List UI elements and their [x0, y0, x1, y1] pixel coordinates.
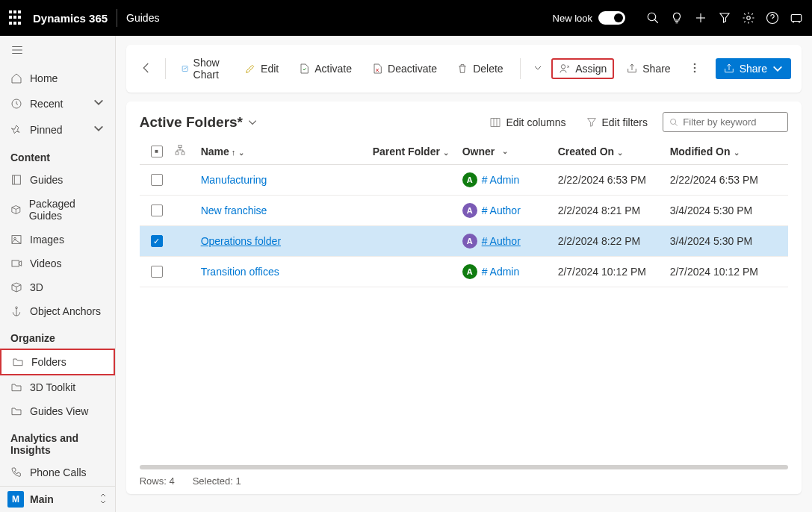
- edit-filters-button[interactable]: Edit filters: [581, 113, 652, 131]
- nav-item-videos[interactable]: Videos: [0, 252, 115, 275]
- delete-button[interactable]: Delete: [449, 58, 510, 79]
- plus-icon[interactable]: [694, 11, 707, 25]
- svg-line-1: [654, 19, 658, 23]
- row-checkbox[interactable]: [151, 174, 163, 186]
- area-switcher[interactable]: M Main: [0, 486, 115, 512]
- col-owner[interactable]: Owner⌄: [462, 146, 558, 157]
- svg-point-25: [693, 70, 695, 72]
- share-primary-button[interactable]: Share: [716, 58, 791, 79]
- grid-footer: Rows: 4 Selected: 1: [126, 469, 802, 487]
- gear-icon[interactable]: [742, 11, 755, 25]
- nav-pinned[interactable]: Pinned: [0, 116, 115, 143]
- delete-dropdown[interactable]: [529, 60, 547, 78]
- nav-group-head: Content: [0, 143, 115, 168]
- app-name-label: Guides: [126, 12, 159, 24]
- back-button[interactable]: [137, 58, 156, 80]
- nav-item-packaged-guides[interactable]: Packaged Guides: [0, 192, 115, 228]
- updown-icon: [99, 493, 108, 507]
- col-parent[interactable]: Parent Folder⌄: [373, 146, 462, 157]
- table-row[interactable]: Transition offices A # Admin 2/7/2024 10…: [140, 257, 788, 287]
- svg-point-24: [693, 66, 695, 69]
- row-checkbox[interactable]: [151, 235, 163, 247]
- col-name[interactable]: Name↑⌄: [201, 146, 373, 157]
- help-icon[interactable]: [766, 11, 779, 25]
- svg-point-23: [693, 63, 695, 65]
- nav-item-guides[interactable]: Guides: [0, 168, 115, 192]
- select-all-checkbox[interactable]: [151, 146, 163, 157]
- nav-item-3d[interactable]: 3D: [0, 275, 115, 299]
- avatar: A: [462, 172, 477, 187]
- nav-home[interactable]: Home: [0, 66, 115, 90]
- svg-rect-32: [176, 152, 179, 154]
- lightbulb-icon[interactable]: [670, 11, 684, 25]
- filter-input[interactable]: [683, 116, 781, 128]
- svg-rect-11: [13, 175, 21, 184]
- assistant-icon[interactable]: [790, 11, 803, 25]
- search-icon: [669, 117, 678, 128]
- svg-rect-6: [791, 15, 802, 22]
- nav-item-folders[interactable]: Folders: [0, 349, 115, 375]
- owner-link[interactable]: # Author: [482, 235, 521, 247]
- overflow-button[interactable]: [683, 59, 707, 79]
- nav-item-guides-view[interactable]: Guides View: [0, 399, 115, 423]
- assign-button[interactable]: Assign: [551, 58, 614, 79]
- share-button[interactable]: Share: [619, 58, 678, 79]
- sidebar: Home Recent Pinned Content Guides Packag…: [0, 36, 116, 512]
- nav-item-object-anchors[interactable]: Object Anchors: [0, 299, 115, 323]
- activate-button[interactable]: Activate: [291, 58, 359, 79]
- nav-group-head: Organize: [0, 323, 115, 349]
- new-look-toggle[interactable]: New look: [553, 11, 625, 25]
- row-checkbox[interactable]: [151, 205, 163, 216]
- nav-item-phone-calls[interactable]: Phone Calls: [0, 461, 115, 484]
- row-name-link[interactable]: Manufacturing: [201, 174, 267, 186]
- nav-recent[interactable]: Recent: [0, 90, 115, 116]
- area-badge: M: [7, 491, 24, 508]
- modified-cell: 3/4/2024 5:30 PM: [670, 205, 782, 216]
- row-name-link[interactable]: New franchise: [201, 205, 267, 216]
- hamburger-button[interactable]: [0, 36, 115, 66]
- modified-cell: 2/22/2024 6:53 PM: [670, 174, 782, 186]
- grid-header: Name↑⌄ Parent Folder⌄ Owner⌄ Created On⌄…: [140, 138, 788, 165]
- svg-line-30: [675, 123, 678, 125]
- created-cell: 2/2/2024 8:21 PM: [558, 205, 670, 216]
- nav-item-3d-toolkit[interactable]: 3D Toolkit: [0, 375, 115, 399]
- app-launcher-icon[interactable]: [9, 10, 24, 25]
- owner-link[interactable]: # Admin: [482, 266, 520, 278]
- edit-columns-button[interactable]: Edit columns: [485, 113, 570, 131]
- hierarchy-icon[interactable]: [174, 144, 201, 158]
- table-row[interactable]: New franchise A # Author 2/2/2024 8:21 P…: [140, 196, 788, 226]
- modified-cell: 3/4/2024 5:30 PM: [670, 235, 782, 247]
- table-row[interactable]: Operations folder A # Author 2/2/2024 8:…: [140, 226, 788, 257]
- new-look-label: New look: [553, 13, 592, 24]
- edit-button[interactable]: Edit: [237, 58, 286, 79]
- selectedcount-label: Selected: 1: [193, 475, 241, 487]
- global-header: Dynamics 365 Guides New look: [0, 0, 812, 36]
- svg-rect-26: [491, 118, 500, 126]
- command-bar: Show Chart Edit Activate Deactivate Dele…: [126, 45, 802, 93]
- col-created[interactable]: Created On⌄: [558, 146, 670, 157]
- show-chart-button[interactable]: Show Chart: [174, 52, 232, 85]
- row-checkbox[interactable]: [151, 266, 163, 278]
- avatar: A: [462, 203, 477, 218]
- filter-search[interactable]: [663, 112, 788, 132]
- svg-point-4: [747, 16, 751, 20]
- row-name-link[interactable]: Operations folder: [201, 235, 281, 247]
- toggle-switch[interactable]: [598, 11, 625, 25]
- nav-item-images[interactable]: Images: [0, 228, 115, 252]
- owner-link[interactable]: # Admin: [482, 174, 520, 186]
- main-content: Show Chart Edit Activate Deactivate Dele…: [116, 36, 812, 512]
- avatar: A: [462, 264, 477, 279]
- chevron-down-icon: [93, 122, 105, 137]
- created-cell: 2/7/2024 10:12 PM: [558, 266, 670, 278]
- svg-point-22: [562, 65, 565, 69]
- chevron-down-icon: [247, 117, 258, 128]
- deactivate-button[interactable]: Deactivate: [364, 58, 444, 79]
- table-row[interactable]: Manufacturing A # Admin 2/22/2024 6:53 P…: [140, 165, 788, 196]
- search-icon[interactable]: [646, 11, 660, 25]
- view-title[interactable]: Active Folders*: [140, 114, 258, 131]
- rowcount-label: Rows: 4: [140, 475, 175, 487]
- row-name-link[interactable]: Transition offices: [201, 266, 279, 278]
- funnel-icon[interactable]: [718, 11, 731, 25]
- col-modified[interactable]: Modified On⌄: [670, 146, 782, 157]
- owner-link[interactable]: # Author: [482, 205, 521, 216]
